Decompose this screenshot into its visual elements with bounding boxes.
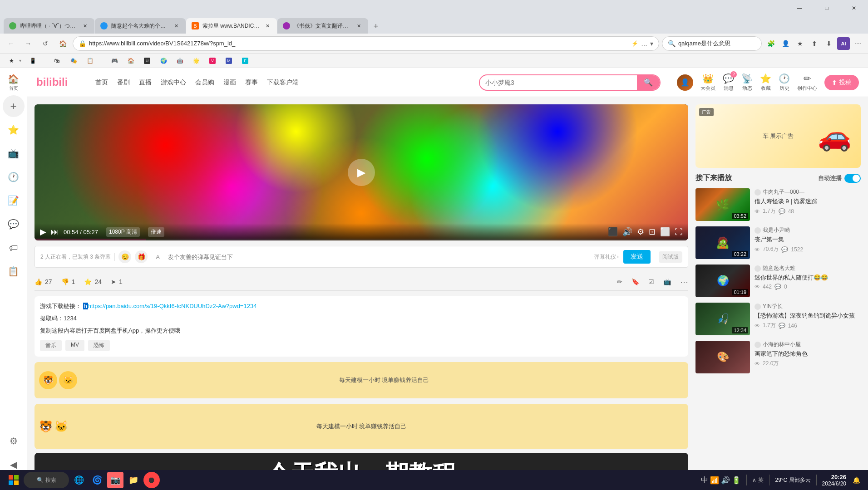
tv-btn[interactable]: 📺: [663, 278, 671, 285]
danmu-icon-2[interactable]: 🎁: [135, 250, 148, 263]
play-pause-btn[interactable]: ▶: [40, 227, 46, 237]
extensions-btn[interactable]: 🧩: [764, 37, 777, 50]
nav-manga[interactable]: 漫画: [223, 78, 236, 87]
back-btn[interactable]: ←: [4, 36, 18, 51]
fullscreen-btn[interactable]: ⛶: [675, 227, 683, 237]
nav-live[interactable]: 直播: [139, 78, 152, 87]
bookmark-funclip[interactable]: F: [238, 56, 254, 65]
upload-btn[interactable]: ⬆ 投稿: [824, 75, 859, 90]
network-icon[interactable]: 📶: [710, 476, 719, 485]
sidebar-add[interactable]: +: [3, 95, 25, 117]
next-btn[interactable]: ⏭: [51, 227, 59, 237]
tab-close-4[interactable]: ✕: [355, 22, 363, 30]
share-btn[interactable]: ➤ 1: [111, 278, 123, 285]
more-btn[interactable]: ⋯: [680, 277, 688, 287]
note-btn[interactable]: ✏: [617, 278, 622, 285]
address-bar[interactable]: 🔒 https://www.bilibili.com/video/BV1S642…: [73, 36, 659, 51]
battery-icon[interactable]: 🔋: [732, 476, 741, 485]
desc-link[interactable]: hhttps://pan.baidu.com/s/19-QkkI6-IcNKDU…: [83, 303, 257, 309]
settings-btn[interactable]: ⋯: [852, 37, 864, 50]
web-fullscreen-btn[interactable]: ⬜: [660, 227, 670, 237]
bookmark-viggle[interactable]: V: [206, 56, 221, 65]
bookmark-mobile[interactable]: 📱: [26, 56, 41, 65]
ai-btn[interactable]: AI: [837, 37, 850, 50]
chevron-up-icon[interactable]: ∧: [752, 477, 756, 483]
minimize-btn[interactable]: —: [789, 0, 810, 16]
dislike-btn[interactable]: 👎 1: [61, 278, 75, 285]
next-video-1[interactable]: 🌿 03:52 牛肉丸子—000— 借人寿怪谈 9 | 诡雾迷踪 👁: [695, 188, 861, 221]
quality-btn[interactable]: 1080P 高清: [106, 227, 140, 237]
tab-close-1[interactable]: ✕: [81, 22, 89, 30]
trial-btn[interactable]: 阅试版: [659, 251, 682, 263]
star-btn[interactable]: ⭐ 24: [84, 278, 102, 285]
bookmark-btn[interactable]: ★: [794, 37, 806, 50]
profile-btn[interactable]: 👤: [779, 37, 792, 50]
sidebar-list[interactable]: 📋: [3, 260, 25, 282]
pip-btn[interactable]: ⊡: [649, 227, 656, 237]
danmu-icon-1[interactable]: 😊: [118, 250, 131, 263]
start-btn[interactable]: [5, 472, 22, 488]
bookmark-ai[interactable]: 🤖: [173, 56, 188, 65]
nav-download[interactable]: 下载客户端: [267, 78, 299, 87]
bili-logo[interactable]: bilibili: [36, 74, 82, 91]
sidebar-tag[interactable]: 🏷: [3, 237, 25, 259]
tag-mv[interactable]: MV: [65, 340, 84, 351]
danmu-etiquette[interactable]: 弹幕礼仪 ›: [594, 253, 619, 261]
tab-2[interactable]: 随意起个名大难的个人空间— ✕: [95, 18, 186, 34]
forward-btn[interactable]: →: [21, 36, 35, 51]
bookmark-3a[interactable]: 🎮: [108, 56, 123, 65]
bookmark-home[interactable]: 🏠: [124, 56, 139, 65]
bookmark-motions[interactable]: M: [222, 56, 237, 65]
bookmark-unity[interactable]: U: [140, 56, 156, 65]
bookmark-topge[interactable]: 🌟: [189, 56, 205, 65]
taskbar-search[interactable]: 🔍 搜索: [24, 472, 69, 488]
search-bar[interactable]: 🔍 qalqame是什么意思: [662, 36, 762, 51]
like-btn[interactable]: 👍 27: [35, 278, 52, 285]
new-tab-btn[interactable]: +: [369, 19, 383, 34]
danmu-input[interactable]: [168, 254, 590, 260]
nav-esports[interactable]: 赛事: [245, 78, 258, 87]
tab-3[interactable]: B 索拉里 www.BANDICAM.com 泡学群— ✕: [186, 18, 277, 34]
sidebar-bangumi[interactable]: 📺: [3, 142, 25, 164]
sidebar-hot[interactable]: ⭐: [3, 119, 25, 141]
next-video-4[interactable]: 🎣 12:34 YIN学长 【恐怖游戏】深夜钓鱼钓到诡异小女孩 👁: [695, 303, 861, 335]
next-video-5[interactable]: 🎨 小海的林中小屋 画家笔下的恐怖角色 👁 22.0万: [695, 341, 861, 373]
next-video-3[interactable]: 🌍 01:19 随意起名大难 迷你世界的私人随便打😂😂 👁 44: [695, 265, 861, 297]
dynamic-action[interactable]: 📡 动态: [741, 73, 753, 92]
creator-action[interactable]: ✏ 创作中心: [797, 73, 817, 92]
history-action[interactable]: 🕐 历史: [779, 73, 790, 92]
bookmark-favorites[interactable]: ★ ▾: [5, 56, 25, 65]
auto-play-switch[interactable]: [844, 174, 861, 183]
bookmark-shop[interactable]: 🛍: [50, 56, 66, 65]
lang-eng-icon[interactable]: 英: [758, 476, 764, 484]
vip-action[interactable]: 👑 大会员: [700, 73, 715, 92]
bookmark-video-btn[interactable]: 🔖: [631, 278, 639, 285]
bookmark-office[interactable]: 📋: [83, 56, 99, 65]
bookmark-cocreate[interactable]: 🌍: [157, 56, 172, 65]
tab-1[interactable]: 哔哩哔哩（ · ˇ∀ˇ）つロ 干— ✕: [4, 18, 94, 34]
clock[interactable]: 20:26 2024/6/20: [822, 474, 846, 487]
home-btn[interactable]: 🏠: [55, 36, 70, 51]
taskbar-app1[interactable]: 📷: [107, 472, 123, 488]
tag-music[interactable]: 音乐: [40, 340, 62, 351]
watch-later-btn[interactable]: ☑: [648, 278, 654, 285]
tab-4[interactable]: 《书低》文言文翻译成现— ✕: [277, 18, 368, 34]
send-btn[interactable]: 发送: [623, 250, 651, 264]
sidebar-note[interactable]: 📝: [3, 190, 25, 211]
auto-play-toggle[interactable]: 自动连播: [818, 174, 861, 183]
taskbar-app2[interactable]: ⏺: [143, 472, 160, 488]
collect-action[interactable]: ⭐ 收藏: [760, 73, 771, 92]
taskbar-edge[interactable]: 🌀: [89, 472, 105, 488]
notification-btn[interactable]: 🔔: [850, 474, 863, 486]
refresh-btn[interactable]: ↺: [38, 36, 53, 51]
play-btn[interactable]: ▶: [348, 159, 375, 186]
next-video-2[interactable]: 🧟 03:22 我是小尹哟 丧尸第一集 👁 70.6万: [695, 226, 861, 259]
nav-home[interactable]: 首页: [95, 78, 108, 87]
bookmark-entertainment[interactable]: 🎭: [67, 56, 82, 65]
user-avatar[interactable]: 👤: [677, 74, 693, 91]
taskbar-files[interactable]: 📁: [125, 472, 142, 488]
sidebar-home[interactable]: 🏠 首页: [3, 72, 25, 93]
maximize-btn[interactable]: □: [816, 0, 837, 16]
nav-game-center[interactable]: 游戏中心: [161, 78, 186, 87]
nav-member-shop[interactable]: 会员购: [195, 78, 214, 87]
